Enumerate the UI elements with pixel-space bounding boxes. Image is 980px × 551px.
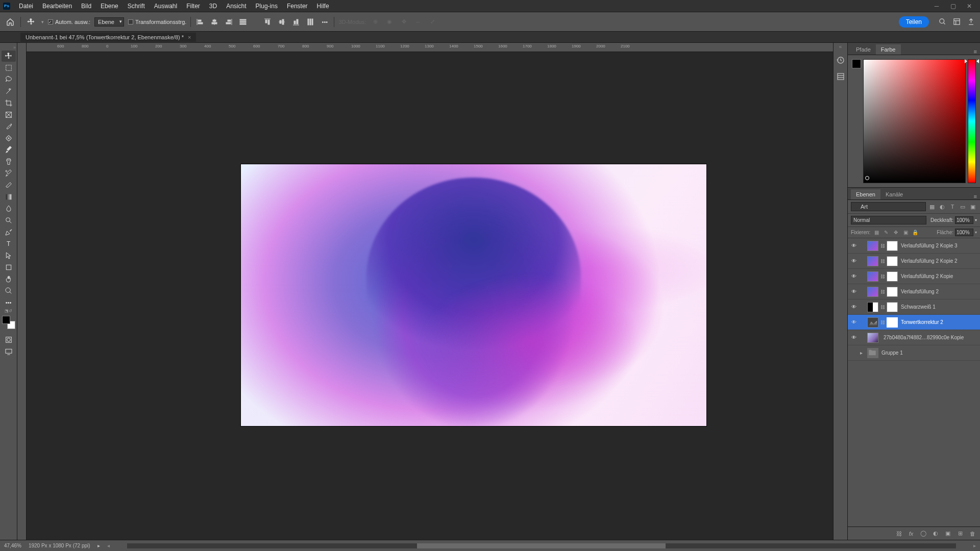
filter-pixel-icon[interactable]: ▦ (928, 203, 936, 211)
visibility-toggle[interactable]: 👁 (850, 304, 858, 310)
blur-tool[interactable] (2, 203, 16, 214)
filter-type-icon[interactable]: T (948, 203, 957, 211)
expand-group-icon[interactable]: ▸ (860, 350, 865, 356)
layer-name[interactable]: Schwarzweiß 1 (900, 304, 978, 310)
auto-select-checkbox[interactable]: Autom. ausw.: (48, 19, 90, 25)
align-bottom-icon[interactable] (291, 17, 301, 27)
layer-row[interactable]: 👁 ⛓ Verlaufsfüllung 2 Kopie 3 (848, 238, 980, 254)
swap-colors-icon[interactable]: ⬔↺ (5, 309, 12, 313)
document-info[interactable]: 1920 Px x 1080 Px (72 ppi) (29, 543, 90, 548)
screenmode-button[interactable] (2, 346, 16, 357)
canvas[interactable] (241, 164, 706, 426)
filter-shape-icon[interactable]: ▭ (959, 203, 967, 211)
export-icon[interactable] (966, 17, 976, 27)
horizontal-scrollbar[interactable] (127, 543, 956, 548)
transform-controls-checkbox[interactable]: Transformationsstrg. (128, 19, 186, 25)
menu-hilfe[interactable]: Hilfe (312, 1, 334, 12)
filter-adjust-icon[interactable]: ◐ (938, 203, 946, 211)
visibility-toggle[interactable]: 👁 (850, 243, 858, 248)
tab-farbe[interactable]: Farbe (876, 44, 901, 55)
layer-fx-icon[interactable]: fx (908, 530, 915, 537)
layer-name[interactable]: Verlaufsfüllung 2 (900, 289, 978, 294)
layer-row[interactable]: 👁 ⛓ Schwarzweiß 1 (848, 299, 980, 315)
eyedropper-tool[interactable] (2, 121, 16, 132)
auto-select-target-dropdown[interactable]: Ebene (94, 17, 124, 27)
properties-panel-icon[interactable] (836, 71, 846, 82)
layer-name[interactable]: Verlaufsfüllung 2 Kopie (900, 273, 978, 279)
layer-mask-thumb[interactable] (887, 287, 898, 297)
history-panel-icon[interactable] (836, 55, 846, 65)
delete-layer-icon[interactable]: 🗑 (969, 530, 976, 537)
lock-artboard-icon[interactable]: ▣ (902, 229, 909, 236)
new-group-icon[interactable]: ▣ (944, 530, 951, 537)
visibility-toggle[interactable]: 👁 (850, 258, 858, 264)
minimize-button[interactable]: ─ (929, 1, 944, 11)
layer-thumb[interactable] (867, 271, 878, 282)
marquee-tool[interactable] (2, 62, 16, 73)
dodge-tool[interactable] (2, 215, 16, 226)
menu-schrift[interactable]: Schrift (123, 1, 150, 12)
hue-slider[interactable] (968, 59, 976, 183)
lock-all-icon[interactable]: 🔒 (912, 229, 919, 236)
add-adjustment-icon[interactable]: ◐ (932, 530, 939, 537)
visibility-toggle[interactable]: 👁 (850, 273, 858, 279)
layer-name[interactable]: Gruppe 1 (880, 350, 978, 356)
brush-tool[interactable] (2, 144, 16, 156)
align-hcenter-icon[interactable] (209, 17, 219, 27)
collapse-toolbar-icon[interactable]: » (13, 45, 17, 50)
visibility-toggle[interactable]: 👁 (850, 319, 858, 325)
menu-fenster[interactable]: Fenster (282, 1, 312, 12)
opacity-input[interactable] (955, 216, 973, 224)
add-mask-icon[interactable]: ◯ (920, 530, 927, 537)
document-tab[interactable]: Unbenannt-1 bei 47,5% (Tonwertkorrektur … (20, 33, 196, 42)
expand-panels-icon[interactable]: « (839, 44, 842, 49)
menu-bearbeiten[interactable]: Bearbeiten (38, 1, 77, 12)
history-brush-tool[interactable] (2, 168, 16, 179)
color-panel-menu-icon[interactable]: ≡ (971, 48, 980, 55)
lock-position-icon[interactable]: ✥ (892, 229, 899, 236)
canvas-area[interactable] (27, 52, 833, 540)
lasso-tool[interactable] (2, 74, 16, 85)
layer-mask-thumb[interactable] (887, 317, 898, 328)
distribute-icon[interactable] (238, 17, 248, 27)
menu-3d[interactable]: 3D (205, 1, 222, 12)
menu-datei[interactable]: Datei (14, 1, 38, 12)
shape-tool[interactable] (2, 262, 16, 273)
layer-name[interactable]: Tonwertkorrektur 2 (900, 319, 978, 325)
menu-ebene[interactable]: Ebene (96, 1, 123, 12)
tab-ebenen[interactable]: Ebenen (851, 189, 880, 199)
layer-mask-thumb[interactable] (887, 302, 898, 312)
link-layers-icon[interactable]: ⛓ (895, 530, 902, 537)
home-button[interactable] (4, 16, 16, 28)
layer-row[interactable]: 👁 ⛓ Verlaufsfüllung 2 Kopie 2 (848, 254, 980, 269)
color-swatches[interactable] (2, 316, 15, 329)
ruler-horizontal[interactable]: 600 800 0 100 200 300 400 500 600 700 80… (27, 43, 833, 52)
layer-row[interactable]: 👁 ⛓ Verlaufsfüllung 2 Kopie (848, 269, 980, 284)
distribute-v-icon[interactable] (305, 17, 315, 27)
menu-auswahl[interactable]: Auswahl (150, 1, 182, 12)
layer-thumb[interactable] (867, 333, 878, 343)
frame-tool[interactable] (2, 109, 16, 120)
eraser-tool[interactable] (2, 180, 16, 191)
more-align-icon[interactable]: ••• (320, 17, 330, 27)
fill-input[interactable] (955, 229, 973, 236)
wand-tool[interactable] (2, 86, 16, 97)
layer-row[interactable]: 👁 ⛓ Tonwertkorrektur 2 (848, 315, 980, 330)
healing-tool[interactable] (2, 133, 16, 144)
hand-tool[interactable] (2, 273, 16, 285)
close-button[interactable]: ✕ (962, 1, 977, 11)
menu-filter[interactable]: Filter (182, 1, 205, 12)
color-fg-swatch[interactable] (852, 59, 861, 68)
close-tab-icon[interactable]: × (188, 34, 191, 40)
tab-kanaele[interactable]: Kanäle (880, 189, 908, 199)
menu-ansicht[interactable]: Ansicht (222, 1, 251, 12)
pen-tool[interactable] (2, 227, 16, 238)
blend-mode-dropdown[interactable]: Normal (851, 216, 926, 224)
zoom-level[interactable]: 47,46% (4, 543, 21, 548)
layer-thumb[interactable] (867, 256, 878, 266)
clone-tool[interactable] (2, 156, 16, 167)
align-vcenter-icon[interactable] (277, 17, 287, 27)
gradient-tool[interactable] (2, 191, 16, 203)
more-tools[interactable]: ••• (2, 297, 16, 308)
layer-mask-thumb[interactable] (887, 256, 898, 266)
